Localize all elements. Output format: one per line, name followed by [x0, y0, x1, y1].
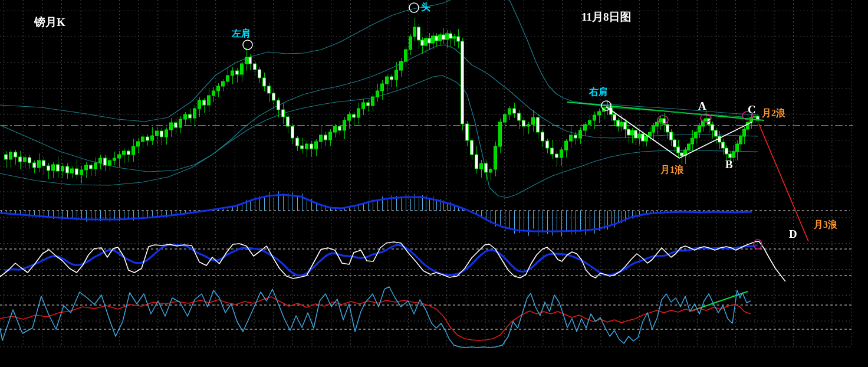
head-label: 头 [421, 2, 430, 12]
point-c-label: C [748, 104, 756, 115]
chart-date-label: 11月8日图 [581, 9, 631, 25]
wave-2-label: 月2浪 [762, 109, 785, 118]
chart-canvas [0, 0, 868, 367]
left-shoulder-label: 左肩 [232, 29, 251, 38]
point-b-label: B [725, 159, 733, 170]
point-d-label: D [789, 228, 797, 240]
wave-1-label: 月1浪 [660, 165, 684, 175]
wave-3-label: 月3浪 [814, 220, 837, 230]
point-a-label: A [698, 100, 706, 112]
trading-chart: 镑月K 11月8日图 左肩头右肩ABCD月1浪月2浪月3浪 [0, 0, 868, 367]
right-shoulder-label: 右肩 [589, 87, 608, 97]
chart-title: 镑月K [34, 15, 65, 30]
